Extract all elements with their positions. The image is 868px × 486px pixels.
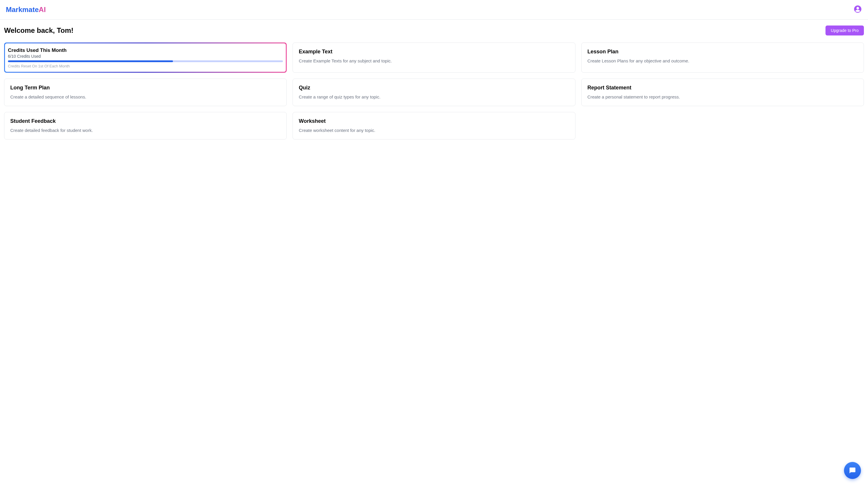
main-content: Welcome back, Tom! Upgrade to Pro Credit… xyxy=(0,20,868,145)
credits-reset-text: Credits Reset On 1st Of Each Month xyxy=(8,64,283,68)
card-desc: Create detailed feedback for student wor… xyxy=(10,127,281,133)
page-header: MarkmateAI xyxy=(0,0,868,20)
card-desc: Create Lesson Plans for any objective an… xyxy=(587,58,858,64)
card-title: Worksheet xyxy=(299,118,569,124)
card-quiz[interactable]: Quiz Create a range of quiz types for an… xyxy=(292,79,575,106)
card-title: Example Text xyxy=(299,49,569,55)
credits-title: Credits Used This Month xyxy=(8,48,283,53)
card-worksheet[interactable]: Worksheet Create worksheet content for a… xyxy=(292,112,575,140)
card-example-text[interactable]: Example Text Create Example Texts for an… xyxy=(292,42,575,73)
logo[interactable]: MarkmateAI xyxy=(6,6,46,14)
avatar[interactable] xyxy=(854,5,862,14)
upgrade-button[interactable]: Upgrade to Pro xyxy=(826,26,864,35)
progress-bar-fill xyxy=(8,60,173,62)
welcome-heading: Welcome back, Tom! xyxy=(4,26,73,35)
logo-text-ai: AI xyxy=(39,6,46,14)
card-long-term-plan[interactable]: Long Term Plan Create a detailed sequenc… xyxy=(4,79,287,106)
progress-bar xyxy=(8,60,283,62)
credits-used-text: 6/10 Credits Used xyxy=(8,54,283,59)
credits-card: Credits Used This Month 6/10 Credits Use… xyxy=(4,42,287,73)
credits-inner: Credits Used This Month 6/10 Credits Use… xyxy=(5,43,286,72)
top-bar: Welcome back, Tom! Upgrade to Pro xyxy=(4,26,864,35)
card-desc: Create Example Texts for any subject and… xyxy=(299,58,569,64)
card-desc: Create a range of quiz types for any top… xyxy=(299,94,569,100)
card-title: Report Statement xyxy=(587,85,858,91)
card-title: Student Feedback xyxy=(10,118,281,124)
card-student-feedback[interactable]: Student Feedback Create detailed feedbac… xyxy=(4,112,287,140)
card-desc: Create a detailed sequence of lessons. xyxy=(10,94,281,100)
card-title: Long Term Plan xyxy=(10,85,281,91)
card-desc: Create a personal statement to report pr… xyxy=(587,94,858,100)
card-report-statement[interactable]: Report Statement Create a personal state… xyxy=(581,79,864,106)
user-circle-icon xyxy=(854,5,862,13)
card-desc: Create worksheet content for any topic. xyxy=(299,127,569,133)
card-title: Quiz xyxy=(299,85,569,91)
card-lesson-plan[interactable]: Lesson Plan Create Lesson Plans for any … xyxy=(581,42,864,73)
logo-text-markmate: Markmate xyxy=(6,6,39,14)
card-title: Lesson Plan xyxy=(587,49,858,55)
card-grid: Credits Used This Month 6/10 Credits Use… xyxy=(4,42,864,140)
